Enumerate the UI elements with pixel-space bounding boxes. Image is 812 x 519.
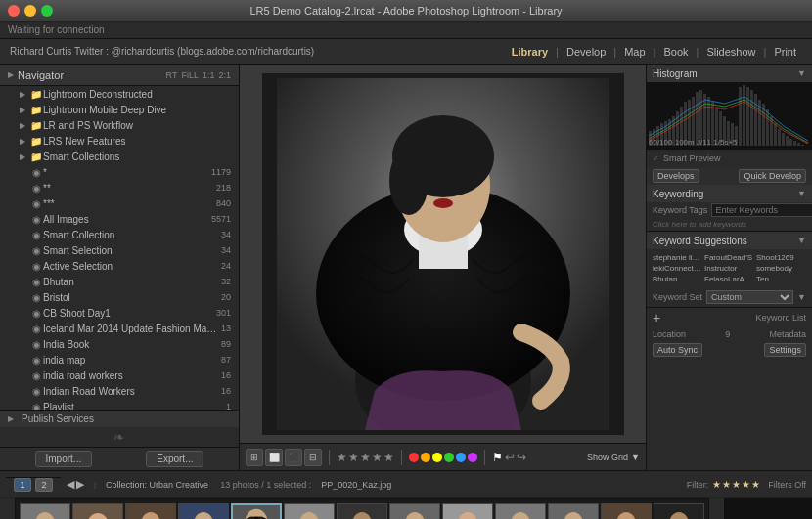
metadata-label[interactable]: Metadata (769, 329, 806, 339)
develops-button[interactable]: Develops (653, 169, 699, 183)
auto-sync-button[interactable]: Auto Sync (653, 343, 702, 357)
kw-suggestion-6[interactable]: Bhutan (653, 275, 702, 283)
thumbnail-11[interactable] (548, 503, 599, 520)
module-slideshow[interactable]: Slideshow (700, 44, 761, 60)
thumbnail-12[interactable] (601, 503, 652, 520)
filter-star-3[interactable]: ★ (732, 479, 741, 490)
kw-suggestion-1[interactable]: FaroutDead'S (704, 253, 754, 262)
minimize-button[interactable] (24, 5, 36, 17)
keywording-header[interactable]: Keywording ▼ (647, 185, 812, 202)
nav-11[interactable]: 1:1 (203, 70, 215, 80)
color-purple[interactable] (468, 453, 477, 462)
tree-item-lightroom-deconstructed[interactable]: ▶ 📁 Lightroom Deconstructed (0, 86, 239, 102)
settings-button[interactable]: Settings (764, 343, 806, 357)
quick-develop-button[interactable]: Quick Develop (739, 169, 806, 183)
kw-suggestion-0[interactable]: stephanie linda (653, 253, 702, 262)
grid-view-button[interactable]: ⊞ (246, 449, 263, 466)
thumbnail-9[interactable] (442, 503, 493, 520)
tree-item-star2[interactable]: ◉ ** 218 (0, 180, 239, 195)
kw-suggestion-7[interactable]: FelasoLarA (704, 275, 754, 283)
reject-button[interactable]: ↪ (517, 451, 526, 464)
loupe-view-button[interactable]: ⬜ (265, 449, 283, 466)
color-lightyellow[interactable] (432, 453, 442, 462)
nav-21[interactable]: 2:1 (218, 70, 231, 80)
module-print[interactable]: Print (768, 44, 802, 60)
keyword-set-select[interactable]: Custom (706, 290, 793, 304)
thumbnail-1[interactable] (20, 503, 70, 520)
thumbnail-4[interactable] (178, 503, 229, 520)
kw-suggestion-5[interactable]: somebody (756, 264, 806, 273)
filter-star-2[interactable]: ★ (722, 479, 731, 490)
nav-rt[interactable]: RT (166, 70, 178, 80)
keyword-add-area[interactable]: Click here to add keywords (647, 218, 812, 231)
tree-item-india-map[interactable]: ◉ india map 87 (0, 352, 239, 368)
prev-arrow[interactable]: ◀ (67, 478, 74, 491)
tree-item-smart-collections[interactable]: ▶ 📁 Smart Collections (0, 149, 239, 164)
tree-item-india-road-workers[interactable]: ◉ india road workers 16 (0, 368, 239, 383)
histogram-header[interactable]: Histogram ▼ (647, 65, 812, 82)
color-blue[interactable] (456, 453, 466, 462)
star-5[interactable]: ★ (383, 451, 394, 464)
thumbnail-3[interactable] (125, 503, 176, 520)
filmstrip-left-arrow[interactable]: ◀ (0, 498, 16, 519)
thumbnail-7[interactable] (337, 503, 387, 520)
tree-item-iceland[interactable]: ◉ Iceland Mar 2014 Update Fashion Magaz.… (0, 321, 239, 336)
thumbnail-6[interactable] (284, 503, 335, 520)
color-red[interactable] (409, 453, 419, 462)
tree-item-bristol[interactable]: ◉ Bristol 20 (0, 289, 239, 305)
keyword-list-label[interactable]: Keyword List (755, 313, 806, 323)
import-button[interactable]: Import... (35, 451, 93, 467)
kw-suggestion-8[interactable]: Ten (756, 275, 806, 283)
unflag-button[interactable]: ↩ (505, 451, 515, 464)
navigator-header[interactable]: ▶ Navigator RT FiLL 1:1 2:1 (0, 65, 239, 86)
keyword-suggestions-header[interactable]: Keyword Suggestions ▼ (647, 232, 812, 249)
flag-button[interactable]: ⚑ (492, 451, 503, 464)
survey-view-button[interactable]: ⊟ (304, 449, 322, 466)
page-tab-2[interactable]: 2 (35, 478, 53, 492)
tree-item-cb-shoot[interactable]: ◉ CB Shoot Day1 301 (0, 305, 239, 321)
tree-item-lr-ps[interactable]: ▶ 📁 LR and PS Workflow (0, 117, 239, 133)
tree-item-india-book[interactable]: ◉ India Book 89 (0, 336, 239, 352)
tree-item-active-selection[interactable]: ◉ Active Selection 24 (0, 258, 239, 274)
thumbnail-2[interactable] (72, 503, 123, 520)
thumbnail-8[interactable] (389, 503, 440, 520)
tree-item-smart-collection[interactable]: ◉ Smart Collection 34 (0, 227, 239, 242)
maximize-button[interactable] (41, 5, 53, 17)
kw-suggestion-3[interactable]: lekiConnection (653, 264, 702, 273)
module-map[interactable]: Map (618, 44, 651, 60)
close-button[interactable] (8, 5, 20, 17)
publish-services[interactable]: ▶ Publish Services (0, 410, 239, 427)
star-2[interactable]: ★ (348, 451, 359, 464)
tree-item-indian-road[interactable]: ◉ Indian Road Workers 16 (0, 383, 239, 399)
tree-item-bhutan[interactable]: ◉ Bhutan 32 (0, 274, 239, 289)
star-4[interactable]: ★ (372, 451, 383, 464)
keyword-input[interactable] (711, 203, 812, 217)
thumbnail-13[interactable] (654, 503, 704, 520)
tree-item-lr-mobile[interactable]: ▶ 📁 Lightroom Mobile Deep Dive (0, 102, 239, 117)
add-keyword-button[interactable]: + (653, 310, 660, 325)
next-arrow[interactable]: ▶ (76, 478, 84, 491)
show-grid-button[interactable]: Show Grid ▼ (587, 453, 640, 462)
filter-star-1[interactable]: ★ (712, 479, 721, 490)
star-3[interactable]: ★ (360, 451, 371, 464)
module-develop[interactable]: Develop (561, 44, 611, 60)
module-library[interactable]: Library (506, 44, 554, 60)
main-image-area[interactable] (240, 65, 646, 443)
tree-item-smart-selection[interactable]: ◉ Smart Selection 34 (0, 242, 239, 258)
color-yellow[interactable] (421, 453, 430, 462)
tree-item-lrs-new[interactable]: ▶ 📁 LRS New Features (0, 133, 239, 149)
filter-star-4[interactable]: ★ (742, 479, 750, 490)
tree-item-playlist[interactable]: ◉ Playlist 1 (0, 399, 239, 410)
kw-suggestion-4[interactable]: Instructor (704, 264, 754, 273)
filter-star-5[interactable]: ★ (751, 479, 760, 490)
export-button[interactable]: Export... (146, 451, 203, 467)
filmstrip-right-arrow[interactable]: ▶ (708, 498, 724, 519)
nav-fill[interactable]: FiLL (181, 70, 199, 80)
tree-item-star3[interactable]: ◉ *** 840 (0, 195, 239, 211)
page-tab-1[interactable]: 1 (14, 478, 31, 492)
color-green[interactable] (444, 453, 454, 462)
tree-item-star1[interactable]: ◉ * 1179 (0, 164, 239, 180)
compare-view-button[interactable]: ⬛ (285, 449, 302, 466)
thumbnail-5-selected[interactable] (231, 503, 282, 520)
thumbnail-10[interactable] (495, 503, 546, 520)
